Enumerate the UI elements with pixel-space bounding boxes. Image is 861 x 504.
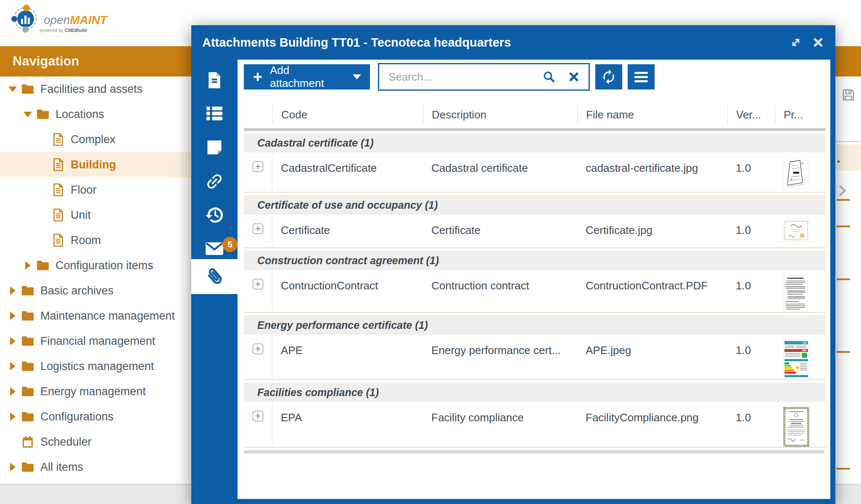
caret-right-icon[interactable] bbox=[8, 312, 18, 320]
background-field-underline bbox=[837, 226, 850, 227]
column-header-code[interactable]: Code bbox=[272, 105, 423, 124]
sidebar-item-financial-management[interactable]: Financial management bbox=[0, 328, 191, 354]
caret-right-icon[interactable] bbox=[8, 463, 18, 471]
sidebar-item-label: Floor bbox=[71, 184, 97, 197]
sidebar-item-maintenance-management[interactable]: Maintenance management bbox=[0, 303, 191, 328]
caret-right-icon[interactable] bbox=[23, 261, 33, 270]
table-row[interactable]: CertificateCertificateCertificate.jpg1.0 bbox=[244, 215, 825, 248]
sidebar-item-label: Unit bbox=[71, 209, 91, 222]
caret-right-icon[interactable] bbox=[8, 412, 18, 421]
tab-attachments[interactable] bbox=[191, 259, 238, 294]
table-row[interactable]: CadastralCertificateCadastral certificat… bbox=[244, 152, 825, 193]
grid-menu-button[interactable] bbox=[628, 64, 655, 89]
caret-down-icon bbox=[352, 74, 362, 80]
cell-version: 1.0 bbox=[727, 215, 775, 247]
sidebar-item-building[interactable]: Building bbox=[0, 152, 191, 177]
search-input[interactable] bbox=[379, 64, 536, 89]
caret-right-icon[interactable] bbox=[8, 286, 18, 295]
expand-cell bbox=[244, 215, 272, 247]
caret-down-icon[interactable] bbox=[8, 87, 18, 92]
thumbnail-map-icon[interactable] bbox=[783, 158, 825, 189]
thumbnail-document-icon[interactable] bbox=[783, 275, 825, 312]
cell-code: Certificate bbox=[272, 215, 423, 247]
table-row[interactable]: ContructionContractContruction contractC… bbox=[244, 270, 825, 313]
sidebar-item-scheduler[interactable]: Scheduler bbox=[0, 429, 191, 454]
table-row[interactable]: EPAFacility complianceFacilityCompliance… bbox=[244, 402, 825, 448]
thumbnail-energy-label-icon[interactable] bbox=[783, 340, 825, 378]
background-divider bbox=[835, 141, 861, 142]
caret-right-icon[interactable] bbox=[8, 387, 18, 396]
cell-preview bbox=[775, 335, 825, 379]
tab-notes[interactable] bbox=[191, 131, 238, 164]
cell-version: 1.0 bbox=[727, 335, 775, 379]
group-header-construction-contract-agreement[interactable]: Construction contract agreement (1) bbox=[244, 251, 825, 270]
close-icon[interactable] bbox=[812, 36, 824, 49]
group-header-energy-performance-certificate[interactable]: Energy performance certificate (1) bbox=[244, 315, 825, 335]
group-header-facilities-compliance[interactable]: Facilities compliance (1) bbox=[244, 383, 825, 402]
sidebar-item-configuration-items[interactable]: Configuration items bbox=[0, 253, 191, 278]
sidebar-item-basic-archives[interactable]: Basic archives bbox=[0, 278, 191, 303]
expand-cell bbox=[244, 402, 272, 447]
sidebar-item-floor[interactable]: Floor bbox=[0, 177, 191, 202]
thumbnail-ornate-certificate-icon[interactable] bbox=[783, 407, 825, 447]
sidebar-item-locations[interactable]: Locations bbox=[0, 102, 191, 127]
tab-card[interactable] bbox=[191, 63, 238, 97]
group-header-cadastral-certificate[interactable]: Cadastral certificate (1) bbox=[244, 133, 825, 152]
caret-right-icon[interactable] bbox=[8, 337, 18, 345]
expand-row-icon[interactable] bbox=[252, 278, 264, 290]
expand-row-icon[interactable] bbox=[252, 343, 264, 354]
search-icon[interactable] bbox=[542, 70, 556, 84]
table-row[interactable]: APEEnergy performance cert...APE.jpeg1.0 bbox=[244, 335, 825, 380]
refresh-button[interactable] bbox=[595, 64, 622, 89]
grid-header-row: CodeDescriptionFile nameVer...Pr... bbox=[244, 101, 825, 128]
sidebar-item-room[interactable]: Room bbox=[0, 228, 191, 253]
column-header-description[interactable]: Description bbox=[423, 105, 577, 124]
cell-preview bbox=[775, 270, 825, 312]
folder-icon bbox=[21, 461, 34, 473]
caret-down-icon[interactable] bbox=[23, 112, 33, 117]
maximize-icon[interactable] bbox=[789, 36, 803, 49]
expand-row-icon[interactable] bbox=[252, 410, 264, 422]
caret-right-icon[interactable] bbox=[8, 362, 18, 370]
column-header-file-name[interactable]: File name bbox=[577, 105, 727, 124]
expand-row-icon[interactable] bbox=[252, 161, 264, 172]
save-icon[interactable] bbox=[841, 87, 856, 102]
folder-icon bbox=[21, 411, 34, 423]
column-header-ver[interactable]: Ver... bbox=[727, 105, 775, 124]
sidebar-item-logistics-management[interactable]: Logistics management bbox=[0, 354, 191, 379]
cell-code: CadastralCertificate bbox=[272, 152, 423, 192]
group-header-certificate-of-use-and-occupancy[interactable]: Certificate of use and occupancy (1) bbox=[244, 195, 825, 215]
grid-header-scrollbar[interactable] bbox=[244, 128, 825, 131]
expand-row-icon[interactable] bbox=[252, 223, 264, 234]
clear-search-icon[interactable] bbox=[568, 71, 579, 82]
sidebar-item-energy-management[interactable]: Energy management bbox=[0, 379, 191, 404]
sidebar-item-all-items[interactable]: All items bbox=[0, 454, 191, 480]
sidebar-item-label: Logistics management bbox=[40, 360, 154, 373]
logo-wordmark: openMAINT bbox=[44, 14, 107, 26]
cell-preview bbox=[775, 152, 825, 192]
search-box bbox=[378, 63, 590, 91]
horizontal-scrollbar[interactable] bbox=[244, 450, 824, 454]
sidebar-item-complex[interactable]: Complex bbox=[0, 127, 191, 152]
tab-detail-list[interactable] bbox=[191, 97, 238, 130]
attachments-count-badge: 5 bbox=[222, 237, 238, 252]
sidebar-item-configurations[interactable]: Configurations bbox=[0, 404, 191, 429]
cell-code: APE bbox=[272, 335, 423, 379]
chevron-right-icon[interactable] bbox=[834, 183, 849, 198]
tab-history[interactable] bbox=[191, 198, 238, 232]
sidebar-item-label: Basic archives bbox=[40, 284, 114, 297]
cell-preview bbox=[775, 215, 825, 247]
dialog-titlebar: Attachments Building TT01 - Tecnoteca he… bbox=[191, 25, 835, 60]
expand-cell bbox=[244, 152, 272, 192]
thumbnail-certificate-icon[interactable] bbox=[783, 220, 825, 242]
expand-cell bbox=[244, 270, 272, 312]
add-attachment-button[interactable]: Add attachment bbox=[244, 64, 370, 89]
sidebar-item-label: Complex bbox=[71, 133, 116, 146]
envelope-icon bbox=[204, 241, 224, 257]
column-header-pr[interactable]: Pr... bbox=[775, 105, 825, 124]
sidebar-item-unit[interactable]: Unit bbox=[0, 202, 191, 228]
doc-icon bbox=[51, 208, 65, 222]
calendar-icon bbox=[21, 435, 34, 449]
sidebar-item-facilities-and-assets[interactable]: Facilities and assets bbox=[0, 76, 191, 102]
tab-relations[interactable] bbox=[191, 165, 238, 198]
